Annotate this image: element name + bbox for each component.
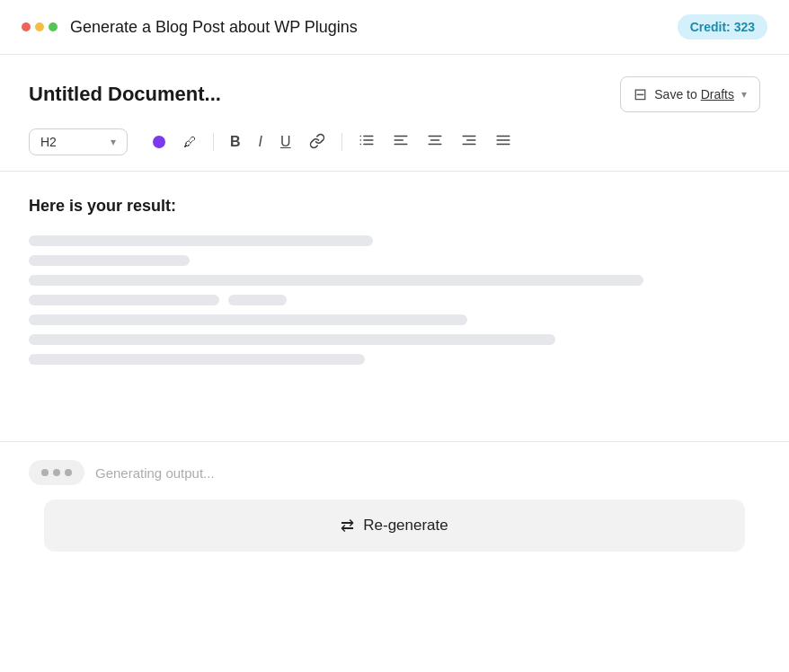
credit-badge: Credit: 323 [678,14,767,40]
skeleton-line [29,275,643,286]
doc-header: Untitled Document... ⊟ Save to Drafts ▾ [0,55,789,127]
align-center-button[interactable] [420,127,450,156]
typing-dots [29,460,84,485]
align-center-icon [427,132,443,151]
align-left-button[interactable] [386,127,416,156]
color-dot [153,136,165,148]
skeleton-line [29,314,467,325]
heading-select[interactable]: H2 ▾ [29,128,128,155]
toolbar-separator-2 [341,133,342,151]
regenerate-label: Re-generate [363,517,448,535]
bottom-bar: Generating output... ⇄ Re-generate [0,441,789,570]
regenerate-icon: ⇄ [341,516,354,535]
skeleton-line [29,235,373,246]
content-area: Here is your result: [0,172,789,441]
dot-yellow [35,22,44,31]
typing-dot-3 [65,469,72,476]
save-to-drafts-button[interactable]: ⊟ Save to Drafts ▾ [620,76,760,112]
underline-button[interactable]: U [273,129,298,155]
skeleton-lines [29,235,760,365]
page-title: Generate a Blog Post about WP Plugins [70,18,358,37]
result-label: Here is your result: [29,197,760,216]
top-bar-left: Generate a Blog Post about WP Plugins [22,18,358,37]
chevron-down-icon: ▾ [741,88,747,101]
heading-select-chevron: ▾ [111,136,116,148]
skeleton-line [29,354,365,365]
justify-icon [495,132,511,151]
window-dots [22,22,58,31]
justify-button[interactable] [488,127,519,156]
regenerate-button[interactable]: ⇄ Re-generate [44,500,745,552]
link-button[interactable] [302,128,332,156]
link-icon [309,133,325,151]
list-icon [359,132,375,151]
highlight-button[interactable]: 🖊 [176,129,204,154]
align-left-icon [393,132,409,151]
align-right-button[interactable] [454,127,484,156]
skeleton-line [29,295,219,305]
dot-red [22,22,31,31]
align-right-icon [461,132,477,151]
skeleton-line [29,334,555,345]
generating-text: Generating output... [95,465,215,481]
toolbar-separator-1 [213,133,214,151]
generating-row: Generating output... [29,460,215,485]
bold-button[interactable]: B [223,129,248,155]
color-picker-button[interactable] [146,130,173,154]
skeleton-line [29,255,190,266]
dot-green [49,22,58,31]
skeleton-line-row [29,295,760,305]
skeleton-line [228,295,287,305]
save-label: Save to Drafts [654,87,734,102]
list-button[interactable] [351,127,382,156]
typing-dot-1 [41,469,49,476]
save-icon: ⊟ [634,84,647,104]
typing-dot-2 [53,469,60,476]
doc-title: Untitled Document... [29,83,221,106]
italic-button[interactable]: I [252,129,270,155]
highlight-icon: 🖊 [183,135,197,148]
top-bar: Generate a Blog Post about WP Plugins Cr… [0,0,789,55]
editor-toolbar: H2 ▾ 🖊 B I U [0,127,789,172]
